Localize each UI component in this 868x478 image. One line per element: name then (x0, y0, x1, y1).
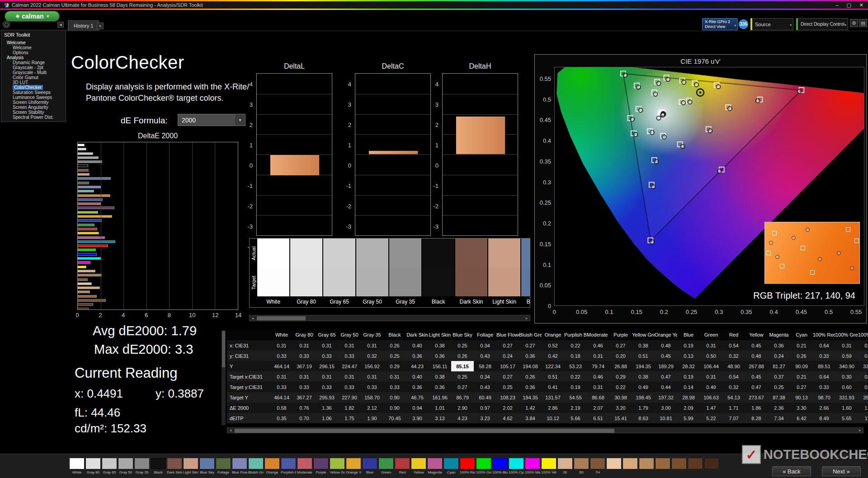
scrollbar-thumb[interactable] (222, 331, 225, 367)
patch-patch-37[interactable] (671, 458, 687, 469)
sidebar-item-screen-angularity[interactable]: Screen Angularity (3, 105, 66, 110)
patch-bluish-green[interactable] (248, 458, 264, 469)
patch-gray-35[interactable] (134, 458, 150, 469)
deltae-bar (78, 286, 100, 289)
sidebar-item-welcome[interactable]: Welcome (3, 40, 66, 45)
sidebar-item-screen-uniformity[interactable]: Screen Uniformity (3, 100, 66, 105)
swatch-scrollbar[interactable]: ◂ ▸ (249, 315, 530, 321)
meter-selector[interactable]: X-Rite i1Pro 2 Direct View ▾ (702, 18, 738, 30)
patch-100-magenta[interactable] (525, 458, 540, 469)
patch-patch-38[interactable] (688, 458, 703, 469)
tab-history-1[interactable]: History 1 (68, 20, 99, 31)
back-button[interactable]: « Back (772, 466, 811, 476)
patch-gray-80[interactable] (85, 458, 101, 469)
patch-red[interactable] (395, 458, 410, 469)
maximize-button[interactable]: ▢ (846, 2, 851, 8)
table-horizontal-scrollbar[interactable]: ◂ ▸ (227, 427, 863, 433)
column-header: Purplish Blue (564, 329, 587, 340)
patch-purplish-blue[interactable] (281, 458, 296, 469)
patch-purple[interactable] (313, 458, 329, 469)
sidebar-item-saturation-sweeps[interactable]: Saturation Sweeps (3, 90, 66, 95)
swatch-target (389, 267, 421, 296)
sidebar-item-options[interactable]: Options (3, 50, 66, 55)
cell: 89.51 (813, 361, 835, 371)
patch-gray-50[interactable] (118, 458, 133, 469)
patch-orange[interactable] (264, 458, 280, 469)
sidebar-item-3d-lut[interactable]: 3D LUT (3, 80, 66, 85)
scrollbar-thumb[interactable] (235, 429, 614, 433)
sidebar-collapse-button[interactable]: ◀ (57, 22, 64, 28)
inset-target-marker (846, 227, 850, 232)
axis-tick: 4 (119, 312, 128, 319)
patch-foliage[interactable] (216, 458, 231, 469)
patch-2e[interactable] (557, 458, 573, 469)
minimize-button[interactable]: – (835, 2, 838, 8)
patch-blue[interactable] (362, 458, 377, 469)
cell: 0.33 (383, 382, 406, 392)
patch-gray-65[interactable] (102, 458, 117, 469)
sidebar-item-spectral-power-dist[interactable]: Spectral Power Dist. (3, 115, 66, 120)
sidebar-item-color-gamut[interactable]: Color Gamut (3, 75, 66, 80)
scroll-right-icon[interactable]: ▸ (857, 428, 863, 433)
patch-orange-yellow[interactable] (346, 458, 361, 469)
sidebar-item-colorchecker[interactable]: ColorChecker (3, 85, 66, 90)
patch-patch-39[interactable] (704, 458, 719, 469)
sidebar-item-dynamic-range[interactable]: Dynamic Range (3, 60, 66, 65)
sidebar-item-grayscale-multi[interactable]: Grayscale - Multi (3, 70, 66, 75)
de-formula-select[interactable]: 2000 ▾ (178, 114, 245, 126)
swatch-gray-65: Gray 65 (323, 239, 355, 307)
patch-patch-36[interactable] (655, 458, 670, 469)
patch-patch-33[interactable] (606, 458, 622, 469)
patch-patch-34[interactable] (623, 458, 638, 469)
gridline (257, 134, 332, 135)
patch-blue-flower[interactable] (232, 458, 247, 469)
scroll-left-icon[interactable]: ◂ (250, 315, 256, 321)
patch-100-cyan[interactable] (509, 458, 524, 469)
patch-green[interactable] (378, 458, 394, 469)
patch-moderate-red[interactable] (297, 458, 312, 469)
calman-menu-button[interactable]: ✳ calman ▾ (5, 11, 60, 22)
deltae-x-axis: 02468101214 (77, 312, 238, 319)
patch-magenta[interactable] (427, 458, 443, 469)
patch-100-blue[interactable] (492, 458, 508, 469)
patch-patch-35[interactable] (639, 458, 654, 469)
scroll-left-icon[interactable]: ◂ (227, 428, 234, 433)
close-button[interactable]: ✕ (859, 2, 863, 8)
cell: 0.31 (338, 340, 361, 351)
patch-cyan[interactable] (443, 458, 459, 469)
patch-dark-skin[interactable] (167, 458, 182, 469)
cell: 0.31 (361, 340, 383, 351)
patch-100-yellow[interactable] (541, 458, 557, 469)
deltae-bar (78, 270, 95, 272)
sidebar-item-welcome[interactable]: Welcome (3, 45, 66, 50)
add-tab-button[interactable]: + (97, 23, 104, 29)
layout-button[interactable]: ▤ (859, 19, 867, 27)
sidebar-item-screen-stability[interactable]: Screen Stability (3, 110, 66, 115)
row-label: Target Y (227, 392, 270, 403)
source-selector[interactable]: Source ▾ (750, 18, 793, 30)
settings-gear-button[interactable]: ⚙ (850, 19, 858, 27)
sidebar-item-grayscale-2pt[interactable]: Grayscale - 2pt (3, 65, 66, 70)
cell: 0.49 (632, 382, 655, 392)
workflow-button[interactable] (3, 21, 10, 28)
display-control-selector[interactable]: Direct Display Control ▾ (796, 18, 848, 30)
patch-white[interactable] (69, 458, 85, 469)
measured-marker (653, 92, 657, 96)
patch-5d[interactable] (574, 458, 589, 469)
patch-yellow-green[interactable] (330, 458, 345, 469)
next-button[interactable]: Next » (822, 466, 861, 476)
scrollbar-thumb[interactable] (257, 316, 306, 320)
patch-black[interactable] (151, 458, 166, 469)
patch-100-green[interactable] (476, 458, 491, 469)
patch-blue-sky[interactable] (199, 458, 215, 469)
gridline (355, 94, 430, 94)
patch-7h[interactable] (590, 458, 605, 469)
sidebar-item-luminance-sweeps[interactable]: Luminance Sweeps (3, 95, 66, 100)
patch-yellow[interactable] (411, 458, 426, 469)
table-vertical-scrollbar[interactable] (222, 330, 226, 425)
row-label: Target x:CIE31 (227, 371, 270, 382)
sidebar-item-analysis[interactable]: Analysis (3, 55, 66, 60)
patch-light-skin[interactable] (183, 458, 198, 469)
scroll-right-icon[interactable]: ▸ (524, 315, 530, 321)
patch-100-red[interactable] (460, 458, 475, 469)
